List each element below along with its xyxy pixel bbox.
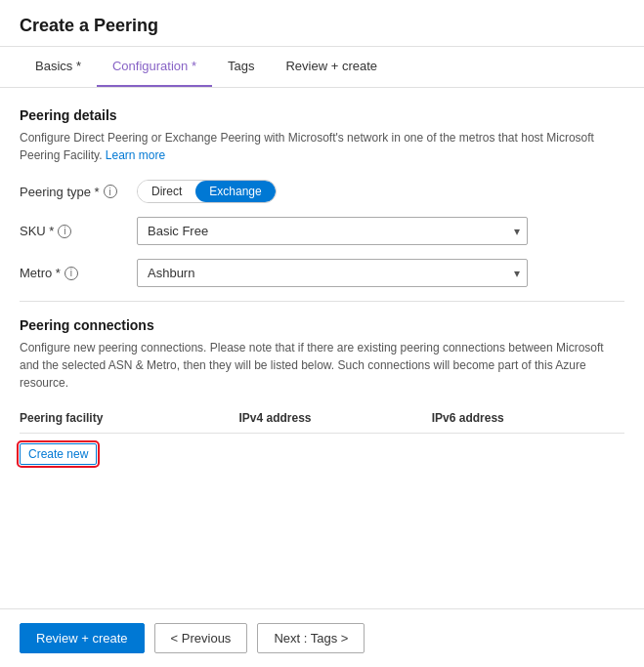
toggle-exchange[interactable]: Exchange [195,181,275,202]
peering-type-row: Peering type * i Direct Exchange [20,180,624,203]
previous-button[interactable]: < Previous [154,623,248,653]
metro-label: Metro * i [20,266,137,280]
page-header: Create a Peering [0,0,644,47]
review-create-button[interactable]: Review + create [20,623,145,653]
peering-details-title: Peering details [20,107,624,123]
sku-dropdown-wrapper: Basic Free Premium Free ▾ [137,217,528,245]
metro-info-icon: i [64,267,78,280]
tab-basics[interactable]: Basics * [20,47,97,87]
metro-dropdown[interactable]: Ashburn Chicago Dallas Los Angeles Seatt… [137,259,528,287]
main-content: Peering details Configure Direct Peering… [0,88,644,608]
peering-type-toggle[interactable]: Direct Exchange [137,180,277,203]
connections-table-header-row: Peering facility IPv4 address IPv6 addre… [20,405,624,434]
tab-review-create[interactable]: Review + create [270,47,393,87]
col-ipv4-address: IPv4 address [238,405,431,434]
col-ipv6-address: IPv6 address [432,405,624,434]
page-title: Create a Peering [20,16,624,36]
sku-info-icon: i [58,225,71,238]
sku-label: SKU * i [20,224,137,238]
learn-more-link[interactable]: Learn more [106,148,165,162]
section-divider [20,301,624,302]
footer: Review + create < Previous Next : Tags > [0,608,644,667]
peering-connections-title: Peering connections [20,317,624,333]
create-new-button[interactable]: Create new [20,443,97,465]
sku-dropdown[interactable]: Basic Free Premium Free [137,217,528,245]
peering-connections-section: Peering connections Configure new peerin… [20,317,624,465]
tabs-bar: Basics * Configuration * Tags Review + c… [0,47,644,88]
metro-dropdown-wrapper: Ashburn Chicago Dallas Los Angeles Seatt… [137,259,528,287]
peering-connections-desc: Configure new peering connections. Pleas… [20,339,624,392]
col-peering-facility: Peering facility [20,405,238,434]
next-button[interactable]: Next : Tags > [257,623,365,653]
peering-details-desc: Configure Direct Peering or Exchange Pee… [20,129,624,164]
tab-configuration[interactable]: Configuration * [97,47,212,87]
toggle-direct[interactable]: Direct [138,181,195,202]
peering-type-label: Peering type * i [20,185,137,199]
tab-tags[interactable]: Tags [212,47,270,87]
connections-table: Peering facility IPv4 address IPv6 addre… [20,405,624,434]
peering-type-info-icon: i [104,185,117,198]
sku-row: SKU * i Basic Free Premium Free ▾ [20,217,624,245]
metro-row: Metro * i Ashburn Chicago Dallas Los Ang… [20,259,624,287]
